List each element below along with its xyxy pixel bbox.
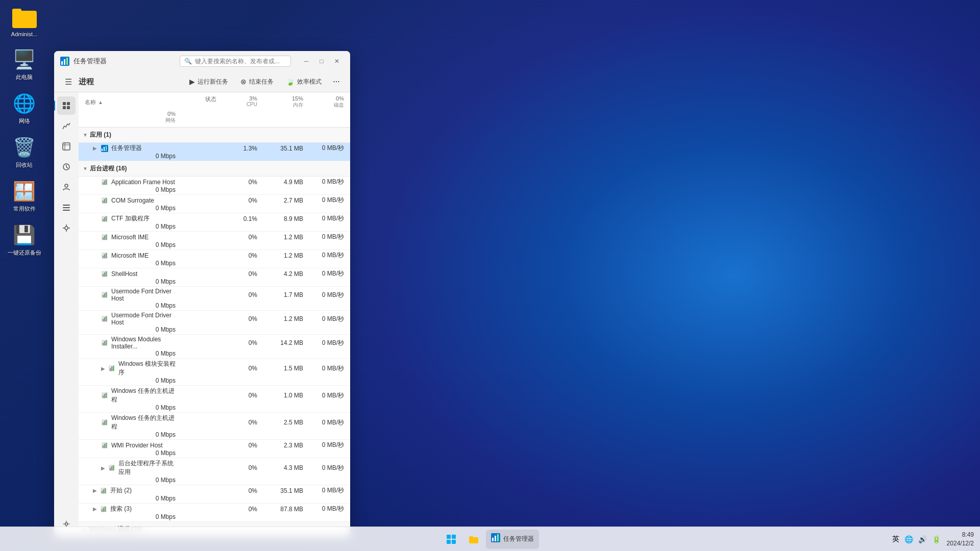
search-input[interactable] xyxy=(195,58,286,65)
desktop-icon-software[interactable]: 🪟 常用软件 xyxy=(5,179,43,213)
language-indicator[interactable]: 英 xyxy=(890,533,901,546)
svg-rect-29 xyxy=(103,182,104,185)
section-apps[interactable]: ▼ 应用 (1) xyxy=(79,128,350,143)
row-expand-arrow: ▶ xyxy=(93,506,97,512)
process-icon xyxy=(101,392,108,399)
svg-rect-89 xyxy=(102,509,103,512)
process-name-text: Microsoft IME xyxy=(111,234,149,241)
network-system-icon[interactable]: 🌐 xyxy=(902,533,915,545)
process-name-cell: ▶ 搜索 (3) xyxy=(83,505,178,513)
task-manager-taskbar-btn[interactable]: 任务管理器 xyxy=(486,530,539,549)
desktop-icon-thispc[interactable]: 🖥️ 此电脑 xyxy=(5,47,43,81)
desktop-icon-backup[interactable]: 💾 一键还原备份 xyxy=(5,223,43,257)
desktop-icon-folder[interactable]: Administ... xyxy=(5,5,43,37)
close-button[interactable]: ✕ xyxy=(330,54,344,68)
table-row[interactable]: ShellHost 0% 4.2 MB 0 MB/秒 0 Mbps xyxy=(79,268,350,287)
process-name-cell: Application Frame Host xyxy=(83,179,178,186)
process-icon xyxy=(101,291,108,298)
process-name-cell: ▶ 开始 (2) xyxy=(83,486,178,495)
process-disk: 0 MB/秒 xyxy=(305,315,346,323)
volume-icon[interactable]: 🔊 xyxy=(916,533,929,545)
nav-users[interactable] xyxy=(57,178,76,196)
svg-rect-34 xyxy=(104,199,105,203)
end-task-button[interactable]: ⊗ 结束任务 xyxy=(235,75,279,89)
svg-rect-27 xyxy=(106,146,107,151)
process-icon xyxy=(101,179,108,186)
svg-rect-47 xyxy=(106,253,107,258)
svg-rect-58 xyxy=(104,317,105,321)
process-content: 名称 ▲ 状态 3% CPU 15% 内存 0% 磁盘 0% xyxy=(79,92,350,537)
table-row[interactable]: Usermode Font Driver Host 0% 1.7 MB 0 MB… xyxy=(79,287,350,311)
table-row[interactable]: ▶ 后台处理程序子系统应用 0% 4.3 MB 0 MB/秒 0 Mbps xyxy=(79,458,350,485)
svg-rect-1 xyxy=(12,9,21,15)
process-icon xyxy=(101,252,108,259)
process-network: 0 Mbps xyxy=(83,495,178,502)
process-name-text: WMI Provider Host xyxy=(111,442,163,449)
process-name-text: Windows 任务的主机进程 xyxy=(111,414,178,431)
table-row[interactable]: Microsoft IME 0% 1.2 MB 0 MB/秒 0 Mbps xyxy=(79,250,350,268)
desktop-icon-network[interactable]: 🌐 网络 xyxy=(5,91,43,125)
svg-rect-101 xyxy=(497,534,499,541)
run-new-task-button[interactable]: ▶ 运行新任务 xyxy=(184,75,233,89)
process-cpu: 0% xyxy=(218,464,259,471)
table-row[interactable]: ▶ 开始 (2) 0% 35.1 MB 0 MB/秒 0 Mbps xyxy=(79,485,350,504)
svg-rect-79 xyxy=(106,443,107,448)
sidebar xyxy=(54,92,79,537)
start-button[interactable] xyxy=(441,529,461,549)
maximize-button[interactable]: □ xyxy=(314,54,329,68)
process-name-cell: Microsoft IME xyxy=(83,234,178,241)
table-row[interactable]: WMI Provider Host 0% 2.3 MB 0 MB/秒 0 Mbp… xyxy=(79,440,350,458)
minimize-button[interactable]: ─ xyxy=(299,54,313,68)
table-row[interactable]: Usermode Font Driver Host 0% 1.2 MB 0 MB… xyxy=(79,311,350,335)
process-network: 0 Mbps xyxy=(83,404,178,411)
battery-icon[interactable]: 🔋 xyxy=(930,533,943,545)
table-row[interactable]: Windows 任务的主机进程 0% 1.0 MB 0 MB/秒 0 Mbps xyxy=(79,386,350,413)
sidebar-toggle-button[interactable]: ☰ xyxy=(60,73,77,90)
col-name[interactable]: 名称 ▲ xyxy=(83,94,178,110)
process-name-cell: WMI Provider Host xyxy=(83,442,178,449)
svg-point-23 xyxy=(65,523,68,525)
recycle-icon: 🗑️ xyxy=(12,135,37,160)
efficiency-mode-button[interactable]: 🍃 效率模式 xyxy=(281,75,327,89)
table-row[interactable]: Microsoft IME 0% 1.2 MB 0 MB/秒 0 Mbps xyxy=(79,232,350,250)
process-memory: 1.2 MB xyxy=(259,315,305,322)
clock[interactable]: 8:49 2024/12/2 xyxy=(947,531,974,548)
nav-details[interactable] xyxy=(57,198,76,217)
search-box[interactable]: 🔍 xyxy=(180,56,291,67)
process-list: ▼ 应用 (1) ▶ xyxy=(79,128,350,537)
svg-rect-83 xyxy=(113,465,114,470)
table-row[interactable]: ▶ Windows 模块安装程序 0% 1.5 MB 0 MB/秒 0 Mbps xyxy=(79,359,350,386)
process-name-cell: Windows 任务的主机进程 xyxy=(83,414,178,431)
tm-taskbar-label: 任务管理器 xyxy=(503,535,534,543)
recycle-label: 回收站 xyxy=(16,161,33,169)
table-row[interactable]: Windows Modules Installer... 0% 14.2 MB … xyxy=(79,335,350,359)
table-row[interactable]: Application Frame Host 0% 4.9 MB 0 MB/秒 … xyxy=(79,177,350,195)
process-icon xyxy=(101,315,108,322)
table-row[interactable]: COM Surrogate 0% 2.7 MB 0 MB/秒 0 Mbps xyxy=(79,195,350,213)
table-row[interactable]: ▶ 任务管理器 1.3% 35.1 MB xyxy=(79,143,350,161)
desktop-icons: Administ... 🖥️ 此电脑 🌐 网络 🗑️ 回收站 🪟 常用软件 💾 … xyxy=(5,5,43,257)
desktop-icon-recycle[interactable]: 🗑️ 回收站 xyxy=(5,135,43,169)
process-cpu: 0% xyxy=(218,270,259,278)
svg-rect-35 xyxy=(106,198,107,203)
file-explorer-button[interactable] xyxy=(463,529,484,549)
nav-services[interactable] xyxy=(57,219,76,237)
nav-performance[interactable] xyxy=(57,117,76,135)
table-row[interactable]: CTF 加载程序 0.1% 8.9 MB 0 MB/秒 0 Mbps xyxy=(79,213,350,232)
more-options-button[interactable]: ··· xyxy=(329,74,344,89)
svg-rect-26 xyxy=(104,147,105,151)
nav-processes[interactable] xyxy=(57,96,76,115)
taskbar-center: 任务管理器 xyxy=(441,529,539,549)
nav-startup[interactable] xyxy=(57,158,76,176)
backup-label: 一键还原备份 xyxy=(8,249,41,257)
table-row[interactable]: ▶ 搜索 (3) 0% 87.8 MB 0 MB/秒 0 Mbps xyxy=(79,504,350,522)
section-background[interactable]: ▼ 后台进程 (16) xyxy=(79,161,350,177)
svg-rect-73 xyxy=(103,422,104,425)
process-cpu: 0% xyxy=(218,365,259,372)
process-network: 0 Mbps xyxy=(83,449,178,457)
nav-apphistory[interactable] xyxy=(57,137,76,156)
process-name-cell: ▶ 后台处理程序子系统应用 xyxy=(83,459,178,477)
table-row[interactable]: Windows 任务的主机进程 0% 2.5 MB 0 MB/秒 0 Mbps xyxy=(79,413,350,440)
efficiency-icon: 🍃 xyxy=(286,78,295,86)
svg-rect-6 xyxy=(63,102,66,105)
